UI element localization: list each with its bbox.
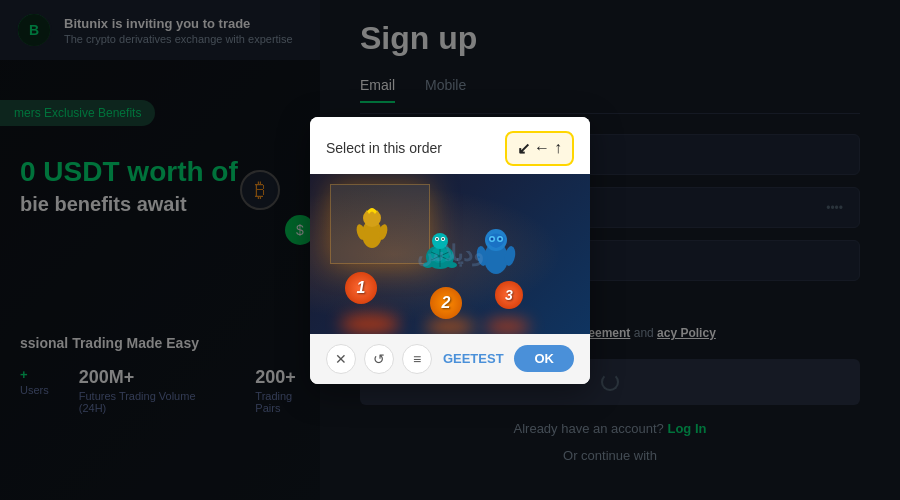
floor-glow-1: [340, 314, 400, 334]
captcha-instruction: Select in this order: [326, 140, 442, 156]
seq-arrow-3: ↑: [554, 139, 562, 157]
seq-arrow-2: ←: [534, 139, 550, 157]
ok-button[interactable]: OK: [514, 345, 574, 372]
svg-point-11: [432, 233, 448, 249]
svg-point-16: [423, 262, 433, 268]
captcha-header: Select in this order ↙ ← ↑: [310, 117, 590, 174]
floor-glow-2: [425, 319, 475, 334]
svg-point-23: [499, 237, 502, 240]
seq-arrow-1: ↙: [517, 139, 530, 158]
modal-overlay: Select in this order ↙ ← ↑: [0, 0, 900, 500]
number-badge-1[interactable]: 1: [345, 272, 377, 304]
svg-point-17: [447, 262, 457, 268]
close-captcha-button[interactable]: ✕: [326, 344, 356, 374]
refresh-captcha-button[interactable]: ↺: [364, 344, 394, 374]
floor-glow-3: [485, 319, 530, 334]
char-blue[interactable]: [475, 224, 517, 274]
captcha-brand: GEETEST: [443, 351, 504, 366]
number-badge-2[interactable]: 2: [430, 287, 462, 319]
char-flame[interactable]: [355, 204, 390, 249]
char-turtle[interactable]: [420, 229, 460, 274]
captcha-footer: ✕ ↺ ≡ GEETEST OK: [310, 334, 590, 384]
svg-point-3: [363, 209, 381, 227]
svg-point-15: [442, 238, 444, 240]
svg-point-14: [436, 238, 438, 240]
footer-buttons: ✕ ↺ ≡: [326, 344, 432, 374]
number-badge-3[interactable]: 3: [495, 281, 523, 309]
captcha-modal: Select in this order ↙ ← ↑: [310, 117, 590, 384]
svg-point-22: [491, 237, 494, 240]
captcha-image-area[interactable]: 1 2 3 ودپلاس: [310, 174, 590, 334]
help-captcha-button[interactable]: ≡: [402, 344, 432, 374]
captcha-sequence-box: ↙ ← ↑: [505, 131, 574, 166]
